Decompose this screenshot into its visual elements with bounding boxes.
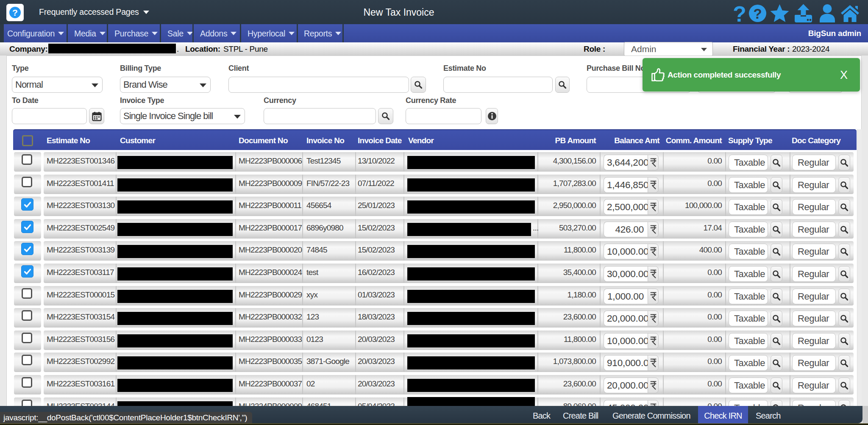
- svg-text:?: ?: [753, 6, 762, 22]
- svg-text:?: ?: [733, 5, 746, 22]
